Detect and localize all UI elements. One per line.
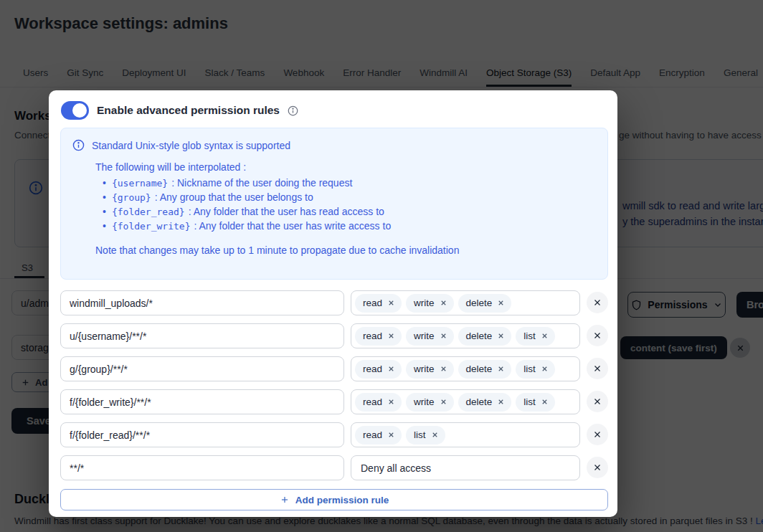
rule-remove-button[interactable] <box>587 424 608 445</box>
tag-remove-icon[interactable] <box>497 332 505 340</box>
permission-tag[interactable]: write <box>406 327 454 346</box>
interpolation-item: {folder_read} : Any folder that the user… <box>95 206 596 218</box>
tag-remove-icon[interactable] <box>497 398 505 406</box>
rule-perms-box[interactable]: Deny all access <box>351 455 580 480</box>
tag-remove-icon[interactable] <box>497 299 505 307</box>
rule-path-input[interactable] <box>60 290 344 315</box>
rule-path-input[interactable] <box>60 389 344 414</box>
rule-remove-button[interactable] <box>587 292 608 313</box>
permission-tag[interactable]: delete <box>458 393 512 412</box>
rule-perms-box[interactable]: read write delete <box>351 290 580 315</box>
info-icon <box>72 139 85 151</box>
permission-tag[interactable]: list <box>516 360 555 379</box>
rule-path-input[interactable] <box>60 323 344 348</box>
tag-remove-icon[interactable] <box>387 398 395 406</box>
rule-perms-box[interactable]: read list <box>351 422 580 447</box>
permission-rule-row: read write delete list <box>49 323 617 348</box>
cache-note: Note that changes may take up to 1 minut… <box>95 244 596 256</box>
close-icon <box>592 462 602 472</box>
enable-rules-toggle[interactable] <box>61 101 89 120</box>
tag-remove-icon[interactable] <box>440 332 447 340</box>
permission-rule-row: Deny all access <box>49 455 617 480</box>
close-icon <box>592 429 602 440</box>
permission-tag[interactable]: list <box>516 393 555 412</box>
permission-rule-row: read write delete <box>49 290 617 315</box>
permission-tag[interactable]: delete <box>458 360 512 379</box>
tag-remove-icon[interactable] <box>431 431 439 439</box>
rule-perms-box[interactable]: read write delete list <box>351 356 580 381</box>
info-icon[interactable] <box>288 105 298 116</box>
permission-tag[interactable]: read <box>355 294 402 313</box>
permission-rule-row: read write delete list <box>49 389 617 414</box>
interpolation-item: {username} : Nickname of the user doing … <box>95 177 596 189</box>
tag-remove-icon[interactable] <box>440 299 447 307</box>
permission-tag[interactable]: read <box>355 426 402 445</box>
add-permission-rule-label: Add permission rule <box>295 495 389 505</box>
interpolation-item: {group} : Any group that the user belong… <box>95 191 596 204</box>
permission-tag[interactable]: read <box>355 393 402 412</box>
tag-remove-icon[interactable] <box>387 365 395 373</box>
add-permission-rule-button[interactable]: Add permission rule <box>60 489 608 510</box>
enable-rules-label: Enable advanced permission rules <box>97 104 280 117</box>
enable-rules-row: Enable advanced permission rules <box>61 101 298 120</box>
rule-remove-button[interactable] <box>587 325 608 346</box>
glob-syntax-infobox: Standard Unix-style glob syntax is suppo… <box>60 128 608 280</box>
tag-remove-icon[interactable] <box>541 398 549 406</box>
permission-tag[interactable]: write <box>406 393 454 412</box>
permission-tag[interactable]: delete <box>458 294 512 313</box>
infobox-title: Standard Unix-style glob syntax is suppo… <box>92 140 290 151</box>
interpolation-item: {folder_write} : Any folder that the use… <box>95 220 596 232</box>
tag-remove-icon[interactable] <box>497 365 505 373</box>
rule-remove-button[interactable] <box>587 358 608 379</box>
tag-remove-icon[interactable] <box>541 365 549 373</box>
permission-tag[interactable]: list <box>516 327 555 346</box>
plus-icon <box>280 495 290 505</box>
tag-remove-icon[interactable] <box>387 431 395 439</box>
deny-all-access-label: Deny all access <box>355 462 431 474</box>
rule-perms-box[interactable]: read write delete list <box>351 323 580 348</box>
rule-path-input[interactable] <box>60 455 344 480</box>
infobox-intro: The following will be interpolated : <box>95 161 596 173</box>
permission-tag[interactable]: list <box>406 426 445 445</box>
close-icon <box>592 364 602 374</box>
close-icon <box>592 331 602 341</box>
permission-tag[interactable]: read <box>355 327 402 346</box>
advanced-permission-rules-modal: Enable advanced permission rules Standar… <box>49 90 617 517</box>
tag-remove-icon[interactable] <box>541 332 549 340</box>
permission-tag[interactable]: write <box>406 294 454 313</box>
permission-tag[interactable]: read <box>355 360 402 379</box>
tag-remove-icon[interactable] <box>440 398 447 406</box>
rule-path-input[interactable] <box>60 422 344 447</box>
tag-remove-icon[interactable] <box>440 365 447 373</box>
toggle-knob <box>72 103 87 118</box>
tag-remove-icon[interactable] <box>387 299 395 307</box>
rule-path-input[interactable] <box>60 356 344 381</box>
permission-rule-row: read list <box>49 422 617 447</box>
close-icon <box>592 396 602 407</box>
rule-remove-button[interactable] <box>587 391 608 412</box>
close-icon <box>592 298 602 308</box>
permission-rule-row: read write delete list <box>49 356 617 381</box>
permission-tag[interactable]: delete <box>458 327 512 346</box>
rule-perms-box[interactable]: read write delete list <box>351 389 580 414</box>
tag-remove-icon[interactable] <box>387 332 395 340</box>
permission-tag[interactable]: write <box>406 360 454 379</box>
rule-remove-button[interactable] <box>587 457 608 478</box>
